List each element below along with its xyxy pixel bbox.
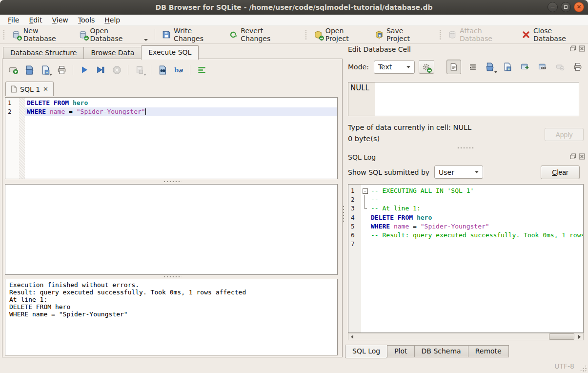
save-results-button[interactable] <box>134 64 145 76</box>
wrap-lines-icon[interactable] <box>466 61 479 73</box>
set-null-button[interactable] <box>554 61 567 73</box>
stop-execution-button[interactable] <box>111 64 122 76</box>
titlebar: DB Browser for SQLite - /home/user/code/… <box>0 0 588 15</box>
print-sql-icon[interactable] <box>56 64 67 76</box>
log-horizontal-scrollbar[interactable] <box>348 333 584 340</box>
sql-file-icon <box>11 85 17 93</box>
revert-changes-icon <box>229 30 238 39</box>
cell-type-info: Type of data currently in cell: NULL <box>348 124 471 131</box>
cell-value-editor[interactable]: NULL <box>348 82 579 116</box>
auto-apply-button[interactable]: → <box>419 60 434 74</box>
sql-tabbar: SQL 1 ✕ <box>5 82 54 96</box>
scroll-left-arrow[interactable] <box>348 333 356 340</box>
dock-tab-db-schema[interactable]: DB Schema <box>415 345 468 357</box>
execute-current-line-button[interactable] <box>95 64 106 76</box>
open-in-external-icon[interactable] <box>519 61 531 73</box>
close-button[interactable]: ✕ <box>574 2 584 12</box>
edit-cell-header: Edit Database Cell <box>344 44 588 55</box>
find-icon[interactable] <box>157 64 168 76</box>
revert-changes-button[interactable]: Revert Changes <box>225 24 296 45</box>
menu-file[interactable]: File <box>3 15 24 25</box>
import-cell-data-button[interactable] <box>484 61 496 73</box>
copy-link-icon[interactable] <box>536 61 549 73</box>
code-line: 3-- At line 1: <box>348 204 583 213</box>
save-sql-file-button[interactable] <box>40 64 51 76</box>
code-line: 1DELETE FROM hero <box>5 99 337 107</box>
dock-tab-plot[interactable]: Plot <box>387 345 414 357</box>
sql-log-header: SQL Log <box>344 152 588 163</box>
write-changes-button[interactable]: Write Changes <box>158 24 225 45</box>
log-filter-label: Show SQL submitted by <box>348 168 429 176</box>
attach-database-button[interactable]: Attach Database <box>444 24 518 45</box>
main-tabbar: Database Structure Browse Data Execute S… <box>3 45 199 60</box>
mode-label: Mode: <box>348 63 369 71</box>
open-project-button[interactable]: → Open Project <box>310 24 371 45</box>
main-toolbar: + New Database → Open Database Write Cha… <box>0 26 588 44</box>
menu-edit[interactable]: Edit <box>24 15 47 25</box>
scroll-track[interactable] <box>356 333 576 340</box>
float-panel-icon[interactable] <box>570 153 576 160</box>
splitter-handle[interactable] <box>163 276 182 278</box>
minimize-button[interactable]: − <box>547 2 558 12</box>
close-panel-icon[interactable] <box>579 153 585 160</box>
code-line: 6-- Result: query executed successfully.… <box>348 231 583 240</box>
scroll-right-arrow[interactable] <box>576 333 583 340</box>
float-panel-icon[interactable] <box>570 45 576 52</box>
sql-editor[interactable]: 1DELETE FROM hero2WHERE name = "Spider-Y… <box>5 97 338 179</box>
close-panel-icon[interactable] <box>579 45 585 52</box>
close-sql-tab-icon[interactable]: ✕ <box>43 85 48 93</box>
dock-tabbar: SQL LogPlotDB SchemaRemote <box>345 345 509 358</box>
toolbar-grip[interactable] <box>305 29 307 40</box>
gear-icon: → <box>422 63 430 71</box>
word-wrap-icon[interactable] <box>196 64 207 76</box>
message-line: DELETE FROM hero <box>9 303 333 311</box>
auto-format-icon[interactable]: ba <box>173 64 184 76</box>
message-line: Result: query executed successfully. Too… <box>9 289 333 296</box>
print-cell-icon[interactable] <box>571 61 584 73</box>
code-line: 7 <box>348 240 583 249</box>
splitter-handle[interactable] <box>163 181 182 183</box>
scroll-thumb[interactable] <box>549 333 574 340</box>
open-database-button[interactable]: → Open Database <box>75 24 152 45</box>
text-mode-icon[interactable] <box>446 60 461 74</box>
tab-execute-sql[interactable]: Execute SQL <box>141 45 199 60</box>
menu-tools[interactable]: Tools <box>73 15 100 25</box>
close-database-button[interactable]: Close Database <box>518 24 588 45</box>
encoding-indicator[interactable]: UTF-8 <box>554 362 574 370</box>
app-window: DB Browser for SQLite - /home/user/code/… <box>0 0 588 373</box>
open-project-icon: → <box>314 30 323 39</box>
resize-grip[interactable] <box>580 365 587 372</box>
dock-tab-sql-log[interactable]: SQL Log <box>345 345 387 358</box>
clear-log-button[interactable]: Clear <box>541 166 580 179</box>
dock-tab-remote[interactable]: Remote <box>468 345 509 357</box>
mode-select[interactable]: Text <box>374 61 415 74</box>
log-filter-select[interactable]: User <box>434 166 483 179</box>
statusbar: UTF-8 <box>0 358 588 373</box>
toolbar-grip[interactable] <box>439 29 441 40</box>
cell-value: NULL <box>350 83 369 92</box>
sql-log-view[interactable]: 1-- EXECUTING ALL IN 'SQL 1'2--3-- At li… <box>348 184 584 333</box>
sql-tab[interactable]: SQL 1 ✕ <box>5 82 54 96</box>
close-database-icon <box>522 30 530 39</box>
tab-database-structure[interactable]: Database Structure <box>3 47 83 59</box>
save-project-icon <box>375 30 384 39</box>
menu-view[interactable]: View <box>47 15 73 25</box>
right-dock: Edit Database Cell Mode: Text → <box>344 44 588 359</box>
toolbar-grip[interactable] <box>3 29 5 40</box>
export-cell-data-icon[interactable] <box>501 61 514 73</box>
execute-all-button[interactable] <box>79 64 90 76</box>
code-line: 1-- EXECUTING ALL IN 'SQL 1' <box>348 186 583 195</box>
open-sql-file-icon[interactable] <box>23 64 35 76</box>
new-database-button[interactable]: + New Database <box>8 24 75 45</box>
tab-browse-data[interactable]: Browse Data <box>83 47 141 59</box>
code-line: 2-- <box>348 195 583 204</box>
save-project-button[interactable]: Save Project <box>371 24 430 45</box>
dock-splitter-handle[interactable] <box>457 147 475 149</box>
open-sql-tab-button[interactable] <box>7 64 19 76</box>
execute-sql-panel: ba SQL 1 ✕ 1DELETE FROM hero2WHERE name … <box>2 59 343 357</box>
menu-help[interactable]: Help <box>100 15 125 25</box>
maximize-button[interactable] <box>561 2 571 12</box>
message-line: WHERE name = "Spider-Youngster" <box>9 311 333 318</box>
open-database-dropdown[interactable] <box>144 39 148 41</box>
apply-button[interactable]: Apply <box>545 128 584 141</box>
